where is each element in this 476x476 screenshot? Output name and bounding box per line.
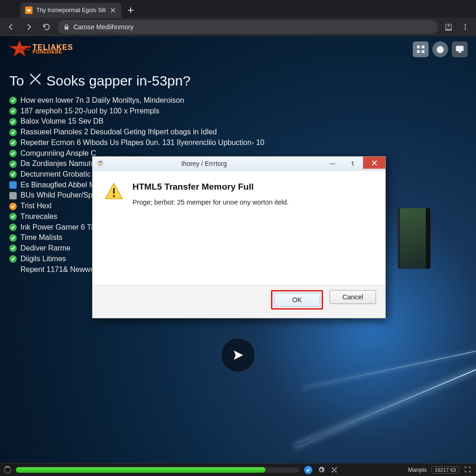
status-dot-icon (9, 255, 17, 263)
status-dot-icon (9, 213, 17, 220)
status-check-icon[interactable] (304, 466, 312, 474)
status-dot-icon (9, 118, 17, 126)
logo-text: TELIAKES PONEDIEBE (33, 44, 73, 54)
svg-rect-8 (417, 51, 420, 53)
expand-icon[interactable] (330, 466, 338, 474)
checklist-item-text: Es Binaugfied Abbel M (20, 180, 95, 191)
svg-rect-12 (456, 46, 463, 51)
page-content: TELIAKES PONEDIEBE To Sooks gapper in-53… (0, 36, 476, 463)
fullscreen-icon[interactable] (464, 466, 472, 474)
svg-rect-6 (417, 46, 420, 48)
dialog-maximize-button[interactable]: t (343, 158, 363, 168)
svg-rect-9 (422, 51, 424, 53)
status-dot-icon (9, 192, 17, 199)
svg-rect-5 (19, 49, 30, 50)
checklist-item-text: BUs Whild Pouher/Sp (20, 190, 93, 201)
cancel-button[interactable]: Cancel (330, 290, 376, 304)
address-text: Carose Mediihnmory (73, 23, 133, 31)
tab-favicon-icon (25, 7, 33, 14)
svg-point-1 (465, 26, 466, 28)
svg-point-21 (336, 468, 337, 469)
status-dot-icon (9, 150, 17, 157)
power-icon[interactable] (432, 41, 448, 57)
browser-menu-button[interactable] (459, 21, 471, 33)
settings-gear-icon[interactable] (317, 466, 325, 474)
status-dot-icon (9, 203, 17, 210)
checklist-item-text: Repent 1171& Newwe (20, 264, 94, 275)
site-logo[interactable]: TELIAKES PONEDIEBE (8, 39, 73, 60)
svg-point-16 (101, 162, 102, 163)
browser-chrome: Thy Iromepormal Egols Sili Carose Mediih… (0, 0, 476, 36)
ok-button-highlight: OK (271, 290, 323, 310)
tab-title: Thy Iromepormal Egols Sili (36, 7, 106, 13)
status-counter: 16217 63 (431, 466, 459, 474)
svg-rect-4 (19, 46, 31, 47)
svg-point-22 (332, 471, 333, 472)
page-heading: To Sooks gapper in-53pn? (0, 62, 476, 95)
dialog-titlebar[interactable]: Ihorey / Errrtorg — t (93, 157, 385, 171)
grid-menu-icon[interactable] (413, 41, 429, 57)
dialog-app-icon (96, 159, 105, 168)
dialog-title: Ihorey / Errrtorg (107, 160, 319, 167)
checklist-item-text: Time Malísts (20, 232, 62, 243)
tab-close-icon[interactable] (109, 7, 117, 14)
back-button[interactable] (5, 20, 18, 33)
lock-icon (63, 24, 70, 30)
reload-button[interactable] (40, 20, 53, 33)
status-dot-icon (9, 107, 17, 115)
status-bar: Manpis 16217 63 (0, 463, 476, 476)
play-button[interactable] (221, 338, 255, 372)
checklist-item-text: Tnurecales (20, 212, 57, 222)
forward-button[interactable] (22, 20, 35, 33)
status-dot-icon (9, 245, 17, 252)
monitor-icon[interactable] (452, 41, 468, 57)
dialog-message: Proge; berbot: 25 memper for unoe ony wo… (132, 198, 289, 206)
progress-bar (16, 467, 299, 473)
checklist-item-text: Balox Volume 15 Sev DB (20, 116, 104, 127)
tab-bar: Thy Iromepormal Egols Sili (0, 0, 476, 18)
address-bar[interactable]: Carose Mediihnmory (58, 20, 438, 34)
checklist-item: Rassueel Pianoles 2 Desudoal Geting Ihlp… (9, 127, 467, 138)
status-label: Manpis (408, 467, 427, 473)
dialog-minimize-button[interactable]: — (322, 158, 343, 168)
warning-icon (105, 182, 123, 206)
svg-marker-3 (9, 40, 30, 56)
crossed-swords-icon (29, 73, 42, 89)
loading-spinner-icon (4, 466, 11, 474)
browser-toolbar: Carose Mediihnmory (0, 18, 476, 36)
ok-button[interactable]: OK (274, 293, 320, 307)
status-dot-icon (9, 181, 17, 189)
install-app-icon[interactable] (443, 21, 455, 33)
star-icon (8, 39, 31, 60)
checklist-item-text: How even lower 7n 3 Daiily Moniltys, Min… (20, 95, 184, 106)
checklist-item-text: Da Zordianjes Namuto (20, 159, 95, 169)
error-dialog: Ihorey / Errrtorg — t HTML5 Transfer Mem… (92, 156, 386, 318)
status-dot-icon (9, 224, 17, 231)
dialog-close-button[interactable] (363, 157, 385, 169)
lens-flare-decoration (303, 351, 476, 388)
svg-rect-7 (422, 46, 424, 48)
svg-point-19 (113, 195, 115, 197)
status-dot-icon (9, 171, 17, 178)
dialog-body: HTML5 Transfer Memory Full Proge; berbot… (93, 171, 385, 215)
checklist-item-text: Dediver Rarme (20, 243, 71, 254)
site-header: TELIAKES PONEDIEBE (0, 36, 476, 62)
checklist-item: Repetter Ecrnon 6 Wibods Us Plapes 0un. … (9, 138, 467, 148)
svg-point-20 (332, 468, 333, 469)
checklist-item: Balox Volume 15 Sev DB (9, 116, 467, 127)
checklist-item-text: Repetter Ecrnon 6 Wibods Us Plapes 0un. … (20, 138, 264, 148)
status-dot-icon (9, 129, 17, 136)
browser-tab-active[interactable]: Thy Iromepormal Egols Sili (20, 3, 121, 18)
dialog-heading: HTML5 Transfer Memory Full (132, 182, 289, 192)
svg-point-0 (465, 24, 466, 26)
new-tab-button[interactable] (124, 4, 137, 17)
video-thumbnail[interactable] (398, 208, 430, 269)
progress-fill (16, 467, 265, 473)
checklist-item-text: Dectunment Grobatic (20, 169, 91, 180)
svg-point-2 (465, 28, 466, 30)
checklist-item-text: Diigils Litimes (20, 254, 66, 264)
status-dot-icon (9, 234, 17, 242)
checklist-item: How even lower 7n 3 Daiily Moniltys, Min… (9, 95, 467, 106)
checklist-item-text: Comgunniing Ansple C (20, 148, 96, 159)
checklist-item-text: 187 arephoh 15·20-/uol by 100 x Prrempls (20, 106, 159, 117)
